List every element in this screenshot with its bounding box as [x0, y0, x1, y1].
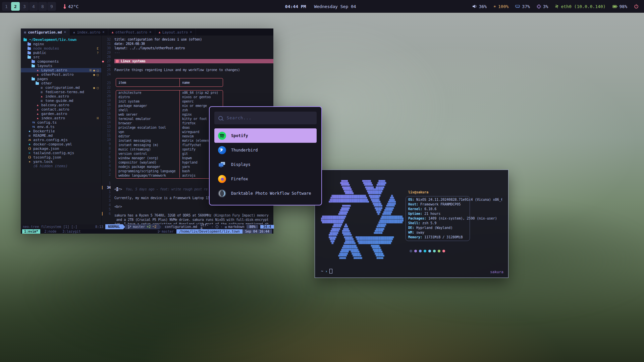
astro-icon [36, 117, 40, 120]
temperature-value: 42°C [68, 4, 78, 9]
editor-tab[interactable]: configuration.md × [21, 28, 70, 36]
table-row: shell zsh [116, 108, 223, 112]
workspace-button[interactable]: 2 [11, 2, 20, 11]
workspace-button[interactable]: 3 [20, 2, 29, 11]
gutter-line: 16 [102, 111, 113, 116]
tree-item[interactable]: (6 hidden items) [21, 164, 101, 168]
launcher-item-spotify[interactable]: Spotify [214, 128, 317, 143]
line-number: 6 [104, 212, 113, 216]
cursor-position: 34:4 [260, 225, 274, 229]
tree-item[interactable]: otherPost.astro ● □ [21, 72, 101, 77]
launcher-item-displays[interactable]: Displays [214, 157, 317, 172]
gutter-sign: ● [102, 60, 104, 63]
editor-tab[interactable]: otherPost.astro × [108, 28, 155, 36]
tree-item[interactable]: tsconfig.json [21, 155, 101, 160]
tmux-window[interactable]: 3:lazygit [60, 229, 83, 234]
tmux-cwd: /home/liv/Development/liv.town [176, 229, 243, 234]
tree-item[interactable]: astro.config.mjs [21, 138, 101, 142]
tab-close-icon[interactable]: × [149, 30, 152, 34]
color-palette [410, 250, 502, 252]
palette-dot [414, 250, 417, 252]
table-row: architecture x86_64 (rip m2 pro) [116, 90, 223, 95]
tab-close-icon[interactable]: × [190, 30, 192, 34]
tree-item[interactable]: tailwind.config.mjs [21, 151, 101, 155]
tree-item[interactable]: package.json [21, 146, 101, 151]
search-input[interactable] [226, 115, 313, 121]
shell-prompt[interactable]: ~ › [321, 269, 332, 274]
tree-item[interactable]: balcony.astro [21, 103, 101, 107]
thermometer-icon [63, 4, 66, 9]
editor-tab[interactable]: Layout.astro × [155, 28, 196, 36]
workspace-button[interactable]: 1 [2, 2, 11, 11]
launcher-item-firefox[interactable]: Firefox [214, 172, 317, 186]
tree-item[interactable]: pages [21, 77, 101, 81]
tree-item[interactable]: Layout.astro H ● □ [21, 68, 101, 72]
tree-item[interactable]: index.astro [21, 94, 101, 99]
clock-time: 04:44 PM [285, 4, 306, 9]
tab-close-icon[interactable]: × [64, 30, 66, 34]
tree-item[interactable]: env.d.ts [21, 125, 101, 129]
tree-item[interactable]: contact.astro [21, 107, 101, 112]
tmux-window[interactable]: 1:nvim* [22, 229, 40, 234]
tab-close-icon[interactable]: × [102, 30, 105, 34]
tmux-bar: 1:nvim* 2:node 3:lazygit master /home/li… [21, 229, 273, 234]
tree-item[interactable]: tone-guide.md [21, 99, 101, 103]
gutter-line [102, 76, 113, 81]
tree-item[interactable]: fediverse-terms.md [21, 90, 101, 94]
line-number: 5 [104, 207, 113, 211]
line-number: 1 [104, 190, 113, 194]
tree-item[interactable]: ~/Development/liv.town [21, 38, 101, 42]
tree-item[interactable]: node_modules E [21, 46, 101, 51]
palette-dot [442, 250, 445, 252]
tree-item[interactable]: components [21, 59, 101, 64]
gutter-line: 12 [102, 129, 113, 133]
powerline-separator [123, 224, 125, 230]
tree-item[interactable]: nginx [21, 42, 101, 46]
power-button[interactable] [634, 4, 639, 9]
tree-item[interactable]: yarn.lock [21, 160, 101, 164]
volume-module[interactable]: 36% [472, 4, 487, 9]
line-number: 24 [104, 72, 113, 76]
tree-item[interactable]: configuration.md ● □ [21, 85, 101, 90]
tabline: configuration.md × index.astro × otherPo… [21, 28, 273, 36]
tree-item[interactable]: layouts [21, 64, 101, 68]
cpu-module[interactable]: 3% [537, 4, 548, 9]
tree-item[interactable]: src [21, 55, 101, 59]
workspace-button[interactable]: 9 [47, 2, 56, 11]
gutter-line: 2 [102, 194, 113, 198]
table-row: window manager (xorg) bspwm [116, 156, 223, 160]
line-number: 5 [104, 160, 113, 163]
table-row: web server nginx [116, 112, 223, 117]
line-number: 7 [104, 151, 113, 155]
tree-item[interactable]: README.md [21, 133, 101, 138]
gutter-line: 5 [102, 207, 113, 212]
tmux-window[interactable]: 2:node [42, 229, 58, 234]
battery-module[interactable]: 98% [612, 4, 627, 9]
launcher-item-darktable[interactable]: Darktable Photo Workflow Software [214, 186, 317, 200]
tree-item[interactable]: public ? [21, 51, 101, 55]
editor-tab[interactable]: index.astro × [70, 28, 108, 36]
line-number: 1 [104, 181, 113, 185]
brightness-module[interactable]: 100% [493, 4, 508, 9]
gutter-line: 21 [102, 89, 113, 94]
launcher-item-thunderbird[interactable]: Thunderbird [214, 143, 317, 157]
table-row: nodejs package manager yarn [116, 165, 223, 169]
workspace-button[interactable]: 4 [29, 2, 38, 11]
current-file: configuration.md [161, 224, 200, 229]
workspace-button[interactable]: 8 [38, 2, 47, 11]
launcher-search[interactable] [214, 112, 317, 124]
network-module[interactable]: eth0 (10.0.0.140) [555, 4, 605, 9]
memory-module[interactable]: 37% [515, 4, 530, 9]
tree-item[interactable]: other [21, 81, 101, 85]
gutter-line: 5 [102, 159, 113, 164]
line-number: 27 [104, 59, 113, 63]
tree-item[interactable]: Dockerfile [21, 129, 101, 133]
tree-item[interactable]: config.ts [21, 120, 101, 125]
gutter-line: 3 [102, 198, 113, 203]
tree-item[interactable]: garden.astro [21, 112, 101, 116]
folder-icon [28, 43, 31, 46]
temperature-module: 42°C [63, 4, 78, 9]
json-icon [28, 156, 32, 159]
tree-item[interactable]: docker-compose.yml [21, 142, 101, 146]
tree-item[interactable]: index.astro H [21, 116, 101, 120]
